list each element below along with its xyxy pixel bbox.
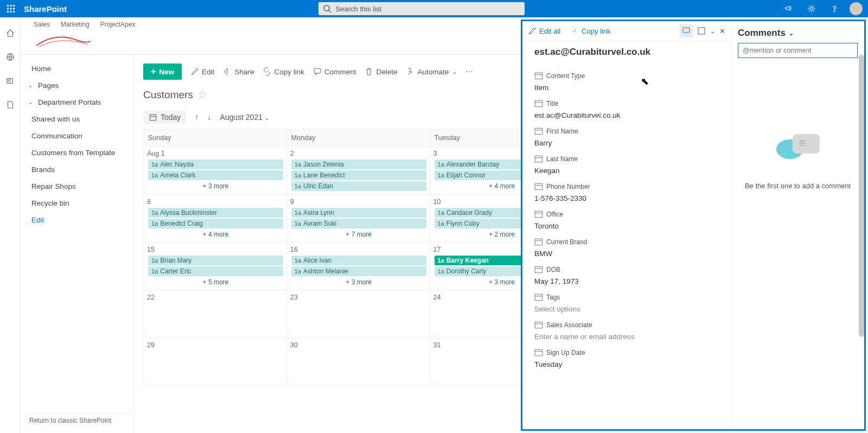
calendar-event[interactable]: 1aAlice Ivan <box>291 256 426 265</box>
automate-button[interactable]: Automate⌄ <box>406 67 457 76</box>
tab-marketing[interactable]: Marketing <box>61 21 90 28</box>
tab-projectapex[interactable]: ProjectApex <box>100 21 136 28</box>
field-value[interactable]: Toronto <box>534 222 719 230</box>
news-icon[interactable] <box>4 75 16 87</box>
calendar-cell[interactable]: 29 <box>144 338 287 386</box>
more-events[interactable]: + 3 more <box>147 181 284 191</box>
calendar-event[interactable]: 1aAstra Lynn <box>291 208 426 218</box>
app-launcher[interactable] <box>0 4 22 13</box>
comment-input[interactable] <box>738 43 858 58</box>
field-value[interactable]: Barry <box>534 139 719 147</box>
copy-link-button[interactable]: Copy link <box>263 67 304 76</box>
nav-customers-template[interactable]: Customers from Template <box>28 144 126 161</box>
prev-month[interactable]: ↑ <box>195 113 199 122</box>
site-logo <box>34 29 93 50</box>
tab-sales[interactable]: Sales <box>34 21 50 28</box>
calendar-event[interactable]: 1aAvram Suki <box>291 219 426 228</box>
more-events[interactable]: + 5 more <box>147 277 284 287</box>
svg-rect-28 <box>535 156 542 162</box>
field-value[interactable]: Select options <box>534 305 719 313</box>
field-value[interactable]: Enter a name or email address <box>534 333 719 341</box>
more-events[interactable]: + 3 more <box>290 277 427 287</box>
panel-comment-icon[interactable] <box>680 24 693 37</box>
return-classic[interactable]: Return to classic SharePoint <box>26 413 135 428</box>
calendar-cell[interactable]: Aug 11aAlec Nayda1aAmela Clark+ 3 more <box>144 147 287 195</box>
calendar-event[interactable]: 1aJason Zelenia <box>291 160 426 169</box>
new-button[interactable]: +New <box>143 63 182 80</box>
svg-rect-6 <box>7 11 9 12</box>
share-button[interactable]: Share <box>223 67 254 76</box>
search-input[interactable]: Search this list <box>318 2 525 15</box>
calendar-cell[interactable]: 151aBrian Mary1aCarter Eric+ 5 more <box>144 243 287 290</box>
field-value[interactable]: Item <box>534 84 719 92</box>
nav-repair-shops[interactable]: Repair Shops <box>28 178 126 195</box>
delete-button[interactable]: Delete <box>365 67 397 76</box>
edit-button[interactable]: Edit <box>190 67 214 76</box>
calendar-cell[interactable]: 30 <box>287 338 430 386</box>
calendar-event[interactable]: 1aAmela Clark <box>148 170 283 180</box>
calendar-event[interactable]: 1aAlec Nayda <box>148 160 283 169</box>
field-label: Content Type <box>534 72 719 80</box>
calendar-cell[interactable]: 91aAstra Lynn1aAvram Suki+ 7 more <box>287 195 430 243</box>
nav-shared[interactable]: Shared with us <box>28 111 126 128</box>
scrollbar-thumb[interactable] <box>859 55 864 337</box>
panel-chevron-icon[interactable]: ⌄ <box>710 24 715 37</box>
panel-copy-link[interactable]: Copy link <box>570 27 610 35</box>
calendar-event[interactable]: 1aLane Benedict <box>291 170 426 180</box>
day-header: Sunday <box>144 130 287 147</box>
calendar-event[interactable]: 1aBrian Mary <box>148 256 283 265</box>
nav-edit[interactable]: Edit <box>28 212 126 228</box>
field-value[interactable]: est.ac@Curabiturvel.co.uk <box>534 111 719 119</box>
field-value[interactable]: BMW <box>534 250 719 258</box>
megaphone-icon[interactable] <box>781 1 796 16</box>
svg-rect-3 <box>7 8 9 10</box>
calendar-cell[interactable]: 22 <box>144 290 287 338</box>
nav-home[interactable]: Home <box>28 60 126 77</box>
nav-communication[interactable]: Communication <box>28 128 126 144</box>
panel-edit-all[interactable]: Edit all <box>528 27 560 35</box>
calendar-cell[interactable]: 81aAlyssa Buckminster1aBenedict Craig+ 4… <box>144 195 287 243</box>
suite-title: SharePoint <box>24 4 67 14</box>
field-value[interactable]: 1-576-335-2330 <box>534 194 719 202</box>
calendar-event[interactable]: 1aAshton Melanie <box>291 266 426 276</box>
more-events[interactable]: + 4 more <box>147 230 284 239</box>
more-events[interactable]: + 7 more <box>290 230 427 239</box>
home-icon[interactable] <box>4 27 16 39</box>
field-value[interactable]: Tuesday <box>534 360 719 368</box>
calendar-cell[interactable]: 21aJason Zelenia1aLane Benedict1aUlric E… <box>287 147 430 195</box>
panel-expand-icon[interactable] <box>697 24 706 37</box>
nav-pages[interactable]: ⌄Pages <box>28 77 126 94</box>
calendar-cell[interactable]: 161aAlice Ivan1aAshton Melanie+ 3 more <box>287 243 430 290</box>
calendar-event[interactable]: 1aUlric Edan <box>291 181 426 191</box>
svg-rect-24 <box>535 100 542 106</box>
settings-icon[interactable] <box>804 1 819 16</box>
month-label[interactable]: August 2021 ⌄ <box>220 113 269 122</box>
svg-rect-17 <box>314 68 321 73</box>
svg-rect-20 <box>683 28 690 33</box>
field-label: Title <box>534 99 719 108</box>
calendar-cell[interactable]: 23 <box>287 290 430 338</box>
svg-rect-22 <box>535 73 542 79</box>
nav-brands[interactable]: Brands <box>28 161 126 178</box>
svg-rect-1 <box>10 5 12 7</box>
field-value[interactable]: Keegan <box>534 167 719 175</box>
nav-recycle-bin[interactable]: Recycle bin <box>28 195 126 212</box>
calendar-event[interactable]: 1aCarter Eric <box>148 266 283 276</box>
user-avatar[interactable] <box>850 2 863 15</box>
favorite-icon[interactable]: ☆ <box>197 88 207 101</box>
globe-icon[interactable] <box>4 51 16 63</box>
svg-rect-32 <box>535 211 542 217</box>
nav-department-portals[interactable]: ⌄Department Portals <box>28 94 126 111</box>
comment-button[interactable]: Comment <box>313 67 356 76</box>
panel-close-icon[interactable]: ✕ <box>719 24 725 37</box>
next-month[interactable]: ↓ <box>207 113 211 122</box>
comments-title[interactable]: Comments⌄ <box>738 28 858 39</box>
field-value[interactable]: May 17, 1973 <box>534 277 719 285</box>
calendar-event[interactable]: 1aAlyssa Buckminster <box>148 208 283 218</box>
today-button[interactable]: Today <box>143 111 186 124</box>
calendar-event[interactable]: 1aBenedict Craig <box>148 219 283 228</box>
files-icon[interactable] <box>4 99 16 111</box>
help-icon[interactable] <box>827 1 842 16</box>
more-button[interactable]: ⋯ <box>465 67 473 76</box>
svg-point-9 <box>324 5 329 11</box>
